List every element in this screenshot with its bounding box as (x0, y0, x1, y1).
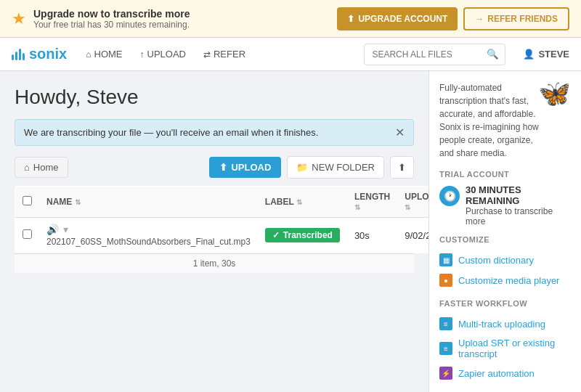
search-button[interactable]: 🔍 (481, 49, 505, 60)
share-button[interactable]: ⬆ (390, 156, 414, 179)
user-menu[interactable]: 👤 STEVE (523, 49, 569, 60)
upload-icon: ↑ (140, 49, 145, 60)
logo-text: sonix (29, 46, 67, 62)
trial-time: 30 MINUTES REMAINING (466, 184, 571, 206)
file-count: 1 item, 30s (193, 258, 236, 269)
new-folder-button[interactable]: 📁 NEW FOLDER (287, 156, 384, 179)
trial-sub: Purchase to transcribe more (466, 206, 571, 226)
star-icon: ★ (12, 9, 26, 28)
nav-refer-label: REFER (214, 49, 245, 60)
file-footer: 1 item, 30s (15, 253, 414, 273)
navbar: sonix ⌂ HOME ↑ UPLOAD ⇄ REFER 🔍 👤 STEVE (0, 38, 581, 71)
refer-friends-button[interactable]: → REFER FRIENDS (463, 7, 569, 30)
uploaded-sort-icon: ⇅ (405, 203, 410, 211)
upgrade-account-button[interactable]: ⬆ UPGRADE ACCOUNT (337, 7, 458, 30)
sidebar-item-upload-srt[interactable]: ≡ Upload SRT or existing transcript (439, 334, 571, 363)
folder-icon: 📁 (296, 162, 308, 173)
upload-icon: ⬆ (347, 14, 354, 24)
trial-info: 30 MINUTES REMAINING Purchase to transcr… (466, 184, 571, 226)
new-folder-label: NEW FOLDER (312, 162, 375, 173)
multi-track-label: Multi-track uploading (458, 319, 545, 330)
length-sort-icon: ⇅ (354, 203, 360, 211)
srt-icon: ≡ (439, 342, 452, 355)
nav-upload[interactable]: ↑ UPLOAD (133, 44, 193, 64)
main-layout: Howdy, Steve We are transcribing your fi… (0, 71, 581, 392)
row-name-cell: 🔊 ▾ 202107_60SS_MothSoundAbsorbers_Final… (39, 218, 258, 253)
trial-section-title: TRIAL ACCOUNT (439, 170, 571, 179)
file-row-icons: 🔊 ▾ (46, 224, 251, 235)
home-icon: ⌂ (86, 49, 91, 60)
dictionary-icon: ▦ (439, 253, 452, 266)
content-area: Howdy, Steve We are transcribing your fi… (0, 71, 428, 392)
refer-icon: ⇄ (203, 49, 211, 60)
name-header[interactable]: NAME ⇅ (39, 187, 258, 218)
row-uploaded-cell: 9/02/2021 (397, 218, 428, 253)
sidebar-item-multi-track[interactable]: ≡ Multi-track uploading (439, 314, 571, 334)
banner-main-text: Upgrade now to transcribe more (33, 8, 330, 20)
name-sort-icon: ⇅ (75, 198, 81, 206)
customize-media-label: Customize media player (458, 275, 559, 286)
refer-label: REFER FRIENDS (487, 14, 558, 24)
trial-box: 🕐 30 MINUTES REMAINING Purchase to trans… (439, 184, 571, 226)
label-header[interactable]: LABEL ⇅ (258, 187, 347, 218)
custom-dictionary-label: Custom dictionary (458, 255, 534, 266)
notification-text: We are transcribing your file — you'll r… (24, 127, 318, 138)
search-bar[interactable]: 🔍 (364, 44, 505, 65)
share-icon: ⬆ (398, 162, 406, 173)
search-input[interactable] (365, 49, 481, 60)
logo[interactable]: sonix (12, 46, 67, 62)
table-row: 🔊 ▾ 202107_60SS_MothSoundAbsorbers_Final… (15, 218, 429, 253)
banner-sub-text: Your free trial has 30 minutes remaining… (33, 20, 330, 30)
customize-section-title: CUSTOMIZE (439, 235, 571, 244)
row-length-cell: 30s (347, 218, 397, 253)
sidebar: 🦋 Fully-automated transcription that's f… (428, 71, 581, 392)
banner-buttons: ⬆ UPGRADE ACCOUNT → REFER FRIENDS (337, 7, 569, 30)
check-icon: ✓ (272, 230, 280, 240)
sidebar-item-custom-dictionary[interactable]: ▦ Custom dictionary (439, 250, 571, 270)
multi-track-icon: ≡ (439, 317, 452, 330)
uploaded-header[interactable]: UPLOADED ⇅ (397, 187, 428, 218)
label-sort-icon: ⇅ (296, 198, 302, 206)
nav-refer[interactable]: ⇄ REFER (196, 44, 253, 64)
notification-close-button[interactable]: ✕ (395, 126, 405, 139)
speaker-icon: 🔊 (46, 224, 59, 235)
media-icon: ● (439, 274, 452, 287)
upload-main-button[interactable]: ⬆ UPLOAD (209, 157, 281, 178)
upload-icon: ⬆ (219, 162, 227, 173)
upload-label: UPLOAD (231, 162, 271, 173)
zapier-icon: ⚡ (439, 367, 452, 380)
select-all-header (15, 187, 40, 218)
home-icon: ⌂ (24, 162, 30, 173)
transcribed-badge: ✓ Transcribed (265, 228, 340, 242)
refer-icon: → (475, 14, 484, 24)
clock-icon: 🕐 (439, 186, 460, 206)
page-title: Howdy, Steve (15, 86, 414, 109)
file-table: NAME ⇅ LABEL ⇅ LENGTH ⇅ UPLOADED ⇅ (15, 186, 428, 253)
sidebar-item-zapier[interactable]: ⚡ Zapier automation (439, 363, 571, 383)
logo-bars-icon (12, 49, 25, 60)
user-icon: 👤 (523, 49, 535, 60)
length-header[interactable]: LENGTH ⇅ (347, 187, 397, 218)
search-icon: 🔍 (487, 49, 499, 60)
nav-items: ⌂ HOME ↑ UPLOAD ⇄ REFER (78, 44, 253, 64)
file-toolbar: ⌂ Home ⬆ UPLOAD 📁 NEW FOLDER ⬆ (15, 156, 414, 179)
bird-decoration: 🦋 (538, 78, 571, 109)
home-breadcrumb-button[interactable]: ⌂ Home (15, 157, 68, 178)
upgrade-banner: ★ Upgrade now to transcribe more Your fr… (0, 0, 581, 38)
select-all-checkbox[interactable] (23, 196, 32, 205)
banner-text: Upgrade now to transcribe more Your free… (33, 8, 330, 30)
upgrade-label: UPGRADE ACCOUNT (358, 14, 447, 24)
sidebar-item-customize-media[interactable]: ● Customize media player (439, 270, 571, 290)
nav-home[interactable]: ⌂ HOME (78, 44, 129, 64)
row-label-cell: ✓ Transcribed (258, 218, 347, 253)
nav-home-label: HOME (94, 49, 123, 60)
home-label: Home (33, 162, 59, 173)
nav-upload-label: UPLOAD (147, 49, 186, 60)
row-checkbox-cell (15, 218, 40, 253)
zapier-label: Zapier automation (458, 368, 535, 379)
user-label: STEVE (538, 49, 569, 60)
chevron-down-icon[interactable]: ▾ (63, 224, 68, 235)
workflow-section-title: FASTER WORKFLOW (439, 299, 571, 308)
file-name[interactable]: 202107_60SS_MothSoundAbsorbers_Final_cut… (46, 237, 251, 247)
row-checkbox[interactable] (23, 229, 32, 239)
